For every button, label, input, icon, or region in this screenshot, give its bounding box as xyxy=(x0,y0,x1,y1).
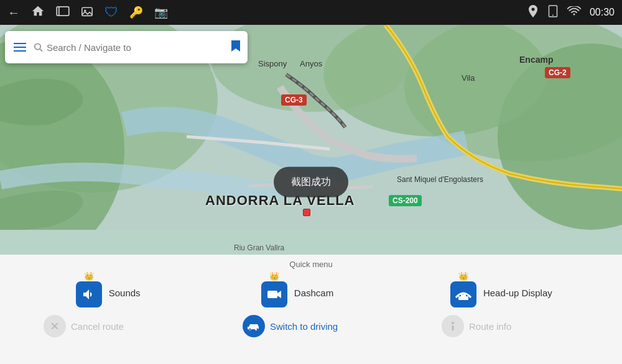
sounds-label: Sounds xyxy=(109,288,141,298)
route-info-icon xyxy=(442,315,464,337)
route-info-label: Route info xyxy=(469,321,511,332)
road-badge-cg3: CG-3 xyxy=(281,94,307,106)
headsup-display-icon xyxy=(455,288,472,301)
clock: 00:30 xyxy=(590,7,615,18)
svg-point-5 xyxy=(552,14,554,16)
status-bar: ← 🛡 🔑 📷 00:30 xyxy=(0,0,622,25)
toast-message: 截图成功 xyxy=(274,167,348,198)
status-bar-left: ← 🛡 🔑 📷 xyxy=(7,4,168,21)
svg-point-19 xyxy=(249,329,251,330)
search-input[interactable] xyxy=(47,42,225,53)
headsup-label: Head-up Display xyxy=(483,288,552,298)
svg-point-21 xyxy=(452,322,454,324)
menu-item-sounds[interactable]: 👑 Sounds xyxy=(70,278,144,307)
search-bar xyxy=(5,31,248,63)
map-label-riu: Riu Gran Vallra xyxy=(234,243,284,252)
map-label-encamp: Encamp xyxy=(519,55,553,65)
svg-rect-22 xyxy=(452,325,454,330)
svg-rect-16 xyxy=(267,291,277,298)
headsup-crown-icon: 👑 xyxy=(458,271,468,281)
menu-items-row: 👑 Sounds 👑 xyxy=(0,271,622,312)
svg-line-8 xyxy=(40,49,42,52)
car-icon xyxy=(247,321,261,332)
dashcam-label: Dashcam xyxy=(294,288,333,298)
sounds-icon-bg xyxy=(76,281,102,307)
wifi-icon xyxy=(567,6,581,19)
dashcam-icon-container: 👑 xyxy=(259,278,289,307)
dashcam-camera-icon xyxy=(266,287,282,302)
quick-menu-label: Quick menu xyxy=(0,255,622,271)
dashcam-crown-icon: 👑 xyxy=(269,271,279,281)
home-icon[interactable] xyxy=(31,4,45,21)
phone-icon xyxy=(547,5,559,20)
svg-point-4 xyxy=(531,7,534,11)
map-label-sant-miquel: Sant Miquel d'Engolasters xyxy=(397,175,483,184)
sounds-icon-container: 👑 xyxy=(74,278,104,307)
search-icon xyxy=(34,42,43,52)
camera-top-icon: 📷 xyxy=(154,6,168,19)
location-icon xyxy=(527,4,539,21)
key-icon: 🔑 xyxy=(129,6,143,19)
map-label-vila: Vila xyxy=(462,73,475,83)
sounds-speaker-icon xyxy=(81,287,96,302)
shield-icon: 🛡 xyxy=(104,4,118,20)
status-bar-right: 00:30 xyxy=(527,4,615,21)
road-badge-cg2: CG-2 xyxy=(545,67,570,78)
recent-apps-icon[interactable] xyxy=(56,6,70,19)
switch-driving-item[interactable]: Switch to driving xyxy=(243,315,379,337)
menu-item-headsup[interactable]: 👑 Head-up Display xyxy=(448,278,552,307)
dashcam-icon-bg xyxy=(261,281,287,307)
city-marker xyxy=(303,209,310,216)
search-input-area[interactable] xyxy=(34,42,225,53)
gallery-icon[interactable] xyxy=(81,6,93,20)
bottom-panel: Quick menu 👑 Sounds xyxy=(0,255,622,364)
switch-driving-icon xyxy=(243,315,265,337)
svg-point-6 xyxy=(573,13,575,15)
route-info-item: Route info xyxy=(442,315,578,337)
svg-rect-18 xyxy=(461,294,466,297)
headsup-icon-container: 👑 xyxy=(448,278,478,307)
svg-point-7 xyxy=(35,43,40,49)
sounds-crown-icon: 👑 xyxy=(84,271,94,281)
info-icon xyxy=(448,321,457,332)
bottom-items-row: Cancel route Switch to driving Route xyxy=(0,312,622,340)
svg-point-20 xyxy=(257,329,259,330)
cancel-route-item: Cancel route xyxy=(44,315,180,337)
hamburger-button[interactable] xyxy=(11,40,29,54)
switch-driving-label: Switch to driving xyxy=(270,321,338,332)
menu-item-dashcam[interactable]: 👑 Dashcam xyxy=(259,278,334,307)
back-icon[interactable]: ← xyxy=(7,6,20,20)
cancel-route-icon xyxy=(44,315,66,337)
cancel-x-icon xyxy=(50,321,60,331)
road-badge-cs200: CS-200 xyxy=(389,195,422,206)
bookmark-icon[interactable] xyxy=(230,39,241,56)
svg-rect-2 xyxy=(82,7,92,16)
map-label-anyos: Anyos xyxy=(300,59,322,68)
map-label-sispony: Sispony xyxy=(258,59,287,68)
headsup-icon-bg xyxy=(450,281,476,307)
cancel-route-label: Cancel route xyxy=(71,321,124,332)
